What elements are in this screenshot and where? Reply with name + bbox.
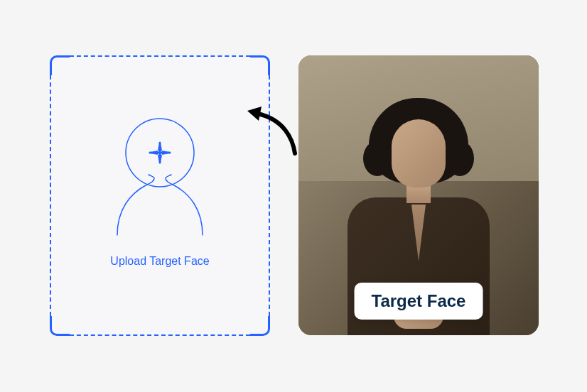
- person-silhouette-icon: [103, 110, 217, 238]
- target-face-badge: Target Face: [355, 283, 483, 320]
- arrow-icon: [242, 105, 306, 158]
- target-face-photo: Target Face: [298, 55, 539, 335]
- upload-label: Upload Target Face: [110, 255, 209, 268]
- upload-target-face-zone[interactable]: Upload Target Face: [50, 55, 270, 336]
- main-content: Upload Target Face Target Face: [50, 55, 539, 336]
- badge-label: Target Face: [372, 291, 466, 310]
